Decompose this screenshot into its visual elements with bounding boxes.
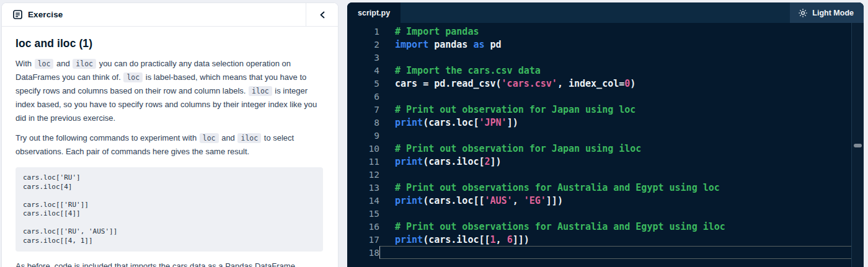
line-number: 10 — [347, 144, 379, 154]
code-line: 16# Print out observations for Australia… — [347, 220, 851, 233]
editor-scrollbar[interactable] — [851, 23, 864, 267]
line-number: 18 — [347, 248, 379, 258]
line-number: 1 — [347, 27, 379, 37]
tab-script-py[interactable]: script.py — [347, 2, 401, 23]
line-number: 13 — [347, 183, 379, 193]
inline-code: iloc — [73, 59, 96, 69]
inline-code: iloc — [237, 133, 261, 143]
code-line: 6 — [347, 90, 851, 103]
code-line: 17print(cars.iloc[[1, 6]]) — [347, 233, 851, 246]
code-line-content: # Print out observation for Japan using … — [379, 142, 851, 155]
exercise-panel-title: Exercise — [28, 10, 63, 19]
code-line: 18 — [347, 246, 851, 259]
sun-icon — [799, 9, 807, 17]
exercise-document-icon — [13, 10, 22, 19]
code-line: 15 — [347, 207, 851, 220]
line-number: 12 — [347, 170, 379, 180]
code-line-content: import pandas as pd — [379, 38, 851, 51]
editor-code-area[interactable]: 1# Import pandas2import pandas as pd34# … — [347, 23, 851, 267]
exercise-code-sample: cars.loc['RU'] cars.iloc[4] cars.loc[['R… — [16, 167, 323, 252]
code-line-content: print(cars.iloc[2]) — [379, 155, 851, 168]
exercise-header: Exercise — [2, 3, 338, 27]
code-line: 12 — [347, 168, 851, 181]
inline-code: loc — [123, 72, 143, 82]
line-number: 14 — [347, 196, 379, 206]
code-line-content — [379, 129, 851, 142]
code-line-content: # Print out observations for Australia a… — [379, 220, 851, 233]
code-editor-panel: script.py Light Mode 1# Import pandas2im… — [347, 2, 864, 267]
code-line-content: # Print out observation for Japan using … — [379, 103, 851, 116]
code-line: 2import pandas as pd — [347, 38, 851, 51]
exercise-footer-paragraph: As before, code is included that imports… — [16, 260, 323, 267]
line-number: 2 — [347, 40, 379, 50]
editor-scrollbar-thumb[interactable] — [854, 144, 862, 147]
line-number: 9 — [347, 131, 379, 141]
editor-tab-bar: script.py Light Mode — [347, 2, 864, 23]
code-line-content — [379, 168, 851, 181]
exercise-title: loc and iloc (1) — [16, 37, 323, 50]
code-line-content: # Print out observations for Australia a… — [379, 181, 851, 194]
code-line: 10# Print out observation for Japan usin… — [347, 142, 851, 155]
code-line-content: print(cars.loc[['AUS', 'EG']]) — [379, 194, 851, 207]
exercise-panel: Exercise loc and iloc (1) With loc and i… — [1, 2, 339, 267]
code-line: 5cars = pd.read_csv('cars.csv', index_co… — [347, 77, 851, 90]
code-line-content: cars = pd.read_csv('cars.csv', index_col… — [379, 77, 851, 90]
line-number: 6 — [347, 92, 379, 102]
line-number: 16 — [347, 222, 379, 232]
code-line-content — [379, 207, 851, 220]
code-line: 3 — [347, 51, 851, 64]
code-line: 14print(cars.loc[['AUS', 'EG']]) — [347, 194, 851, 207]
exercise-paragraph: Try out the following commands to experi… — [16, 131, 323, 159]
exercise-paragraph: With loc and iloc you can do practically… — [16, 57, 323, 125]
collapse-panel-button[interactable] — [306, 3, 338, 26]
code-line: 8print(cars.loc['JPN']) — [347, 116, 851, 129]
tab-bar-spacer — [401, 2, 790, 23]
inline-code: loc — [200, 133, 219, 143]
code-line: 4# Import the cars.csv data — [347, 64, 851, 77]
code-line: 11print(cars.iloc[2]) — [347, 155, 851, 168]
active-code-line-content — [379, 246, 851, 259]
code-line: 1# Import pandas — [347, 25, 851, 38]
code-line-content — [379, 90, 851, 103]
line-number: 8 — [347, 118, 379, 128]
code-line-content — [379, 51, 851, 64]
line-number: 15 — [347, 209, 379, 219]
code-line-content: # Import pandas — [379, 25, 851, 38]
tab-label: script.py — [358, 9, 390, 17]
exercise-header-left: Exercise — [2, 10, 306, 19]
exercise-content: loc and iloc (1) With loc and iloc you c… — [2, 27, 338, 267]
line-number: 3 — [347, 53, 379, 63]
code-line-content: print(cars.loc['JPN']) — [379, 116, 851, 129]
code-line: 9 — [347, 129, 851, 142]
code-line-content: # Import the cars.csv data — [379, 64, 851, 77]
line-number: 7 — [347, 105, 379, 115]
chevron-left-icon — [319, 11, 326, 19]
inline-code: loc — [35, 59, 54, 69]
line-number: 11 — [347, 157, 379, 167]
line-number: 17 — [347, 235, 379, 245]
code-line-content: print(cars.iloc[[1, 6]]) — [379, 233, 851, 246]
line-number: 5 — [347, 79, 379, 89]
code-line: 13# Print out observations for Australia… — [347, 181, 851, 194]
code-line: 7# Print out observation for Japan using… — [347, 103, 851, 116]
inline-code: iloc — [249, 86, 272, 96]
line-number: 4 — [347, 66, 379, 76]
light-mode-toggle-button[interactable]: Light Mode — [790, 2, 864, 23]
light-mode-label: Light Mode — [812, 9, 854, 17]
